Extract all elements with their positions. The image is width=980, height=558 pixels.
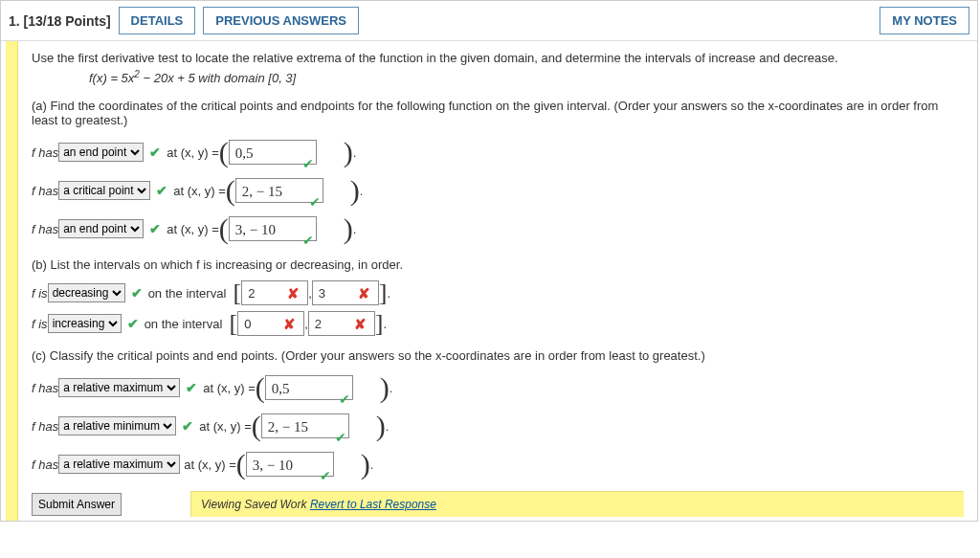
question-body: Use the first derivative test to locate … bbox=[18, 41, 977, 521]
check-icon: ✔ bbox=[131, 285, 143, 301]
part-c-row-1: f has a relative maximum ✔ at (x, y) = (… bbox=[32, 370, 964, 405]
previous-answers-button[interactable]: PREVIOUS ANSWERS bbox=[203, 7, 359, 34]
check-icon: ✔ bbox=[186, 380, 197, 395]
direction-select[interactable]: decreasing bbox=[48, 283, 125, 302]
part-a-row-2: f has a critical point ✔ at (x, y) = ( 2… bbox=[32, 173, 964, 208]
part-c-row-2: f has a relative minimum ✔ at (x, y) = (… bbox=[32, 409, 964, 443]
part-a-row-1: f has an end point ✔ at (x, y) = ( 0,5 )… bbox=[32, 135, 964, 169]
at-xy-label: at (x, y) = bbox=[167, 145, 219, 160]
question-container: 1. [13/18 Points] DETAILS PREVIOUS ANSWE… bbox=[0, 0, 978, 522]
part-b-row-2: f is increasing ✔ on the interval [ 0✘ ,… bbox=[32, 310, 964, 337]
part-b-text: (b) List the intervals on which f is inc… bbox=[32, 257, 964, 272]
revert-link[interactable]: Revert to Last Response bbox=[310, 498, 436, 511]
part-a-text: (a) Find the coordinates of the critical… bbox=[32, 99, 964, 127]
cross-icon: ✘ bbox=[283, 312, 296, 337]
check-icon: ✔ bbox=[182, 418, 193, 434]
check-icon: ✔ bbox=[156, 183, 167, 198]
answer-input[interactable]: 2, − 15 bbox=[235, 178, 323, 203]
answer-input[interactable]: 3, − 10 bbox=[229, 216, 317, 241]
submit-answer-button[interactable]: Submit Answer bbox=[32, 493, 122, 516]
saved-work-banner: Viewing Saved Work Revert to Last Respon… bbox=[190, 491, 964, 517]
check-icon: ✔ bbox=[127, 316, 139, 331]
question-header: 1. [13/18 Points] DETAILS PREVIOUS ANSWE… bbox=[1, 1, 977, 41]
interval-input-b[interactable]: 2✘ bbox=[308, 311, 375, 336]
cross-icon: ✘ bbox=[358, 281, 370, 306]
point-type-select[interactable]: a critical point bbox=[58, 181, 150, 200]
cross-icon: ✘ bbox=[354, 312, 367, 337]
part-a-row-3: f has an end point ✔ at (x, y) = ( 3, − … bbox=[32, 212, 964, 246]
check-icon: ✔ bbox=[149, 221, 161, 236]
submit-row: Submit Answer Viewing Saved Work Revert … bbox=[32, 491, 964, 517]
direction-select[interactable]: increasing bbox=[48, 314, 122, 333]
my-notes-button[interactable]: MY NOTES bbox=[880, 7, 969, 34]
part-c-row-3: f has a relative maximum at (x, y) = ( 3… bbox=[32, 447, 964, 481]
interval-input-a[interactable]: 0✘ bbox=[237, 311, 304, 336]
highlight-strip bbox=[1, 41, 18, 521]
cross-icon: ✘ bbox=[287, 281, 300, 306]
check-icon: ✔ bbox=[149, 145, 161, 160]
answer-input[interactable]: 3, − 10 bbox=[246, 452, 334, 477]
details-button[interactable]: DETAILS bbox=[119, 7, 196, 34]
answer-input[interactable]: 0,5 bbox=[265, 375, 353, 400]
formula: f(x) = 5x2 − 20x + 5 with domain [0, 3] bbox=[89, 69, 964, 85]
answer-input[interactable]: 2, − 15 bbox=[261, 413, 349, 438]
part-b-row-1: f is decreasing ✔ on the interval [ 2✘ ,… bbox=[32, 279, 964, 306]
classification-select[interactable]: a relative minimum bbox=[58, 416, 176, 435]
point-type-select[interactable]: an end point bbox=[58, 219, 144, 238]
intro-text: Use the first derivative test to locate … bbox=[32, 51, 964, 65]
question-number: 1. [13/18 Points] bbox=[9, 13, 111, 29]
point-type-select[interactable]: an end point bbox=[58, 143, 144, 162]
interval-input-a[interactable]: 2✘ bbox=[241, 280, 308, 305]
part-c-text: (c) Classify the critical points and end… bbox=[32, 348, 964, 363]
interval-input-b[interactable]: 3✘ bbox=[312, 280, 379, 305]
answer-input[interactable]: 0,5 bbox=[229, 140, 317, 165]
classification-select[interactable]: a relative maximum bbox=[58, 378, 180, 397]
classification-select[interactable]: a relative maximum bbox=[58, 455, 180, 474]
f-has-label: f has bbox=[32, 145, 58, 160]
